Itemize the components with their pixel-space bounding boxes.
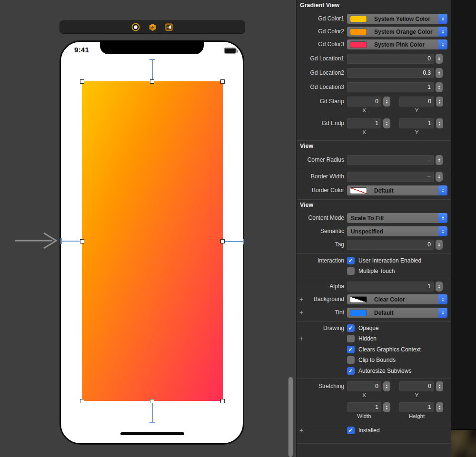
gd-location3-row: Gd Location3 1 ▲▼ — [297, 82, 451, 92]
tag-stepper[interactable]: ▲▼ — [436, 240, 443, 250]
stretching-wh-row: 1 ▲▼ 1 ▲▼ Width Height — [297, 402, 451, 419]
attributes-inspector: Gradient View Gd Color1 System Yellow Co… — [296, 0, 451, 457]
gd-color1-popup[interactable]: System Yellow Color ▲▼ — [347, 14, 447, 24]
gd-endp-row: Gd Endp 1 ▲▼ 1 ▲▼ X Y — [297, 118, 451, 136]
gd-color2-popup[interactable]: System Orange Color ▲▼ — [347, 27, 447, 37]
tint-row: + Tint Default ▲▼ — [297, 308, 451, 318]
popup-chevrons-icon: ▲▼ — [438, 213, 447, 223]
home-indicator — [120, 432, 184, 435]
alpha-field[interactable]: 1 — [347, 282, 434, 292]
section-title-gradient-view: Gradient View — [300, 2, 339, 9]
battery-icon — [224, 48, 237, 54]
resize-handle-w[interactable] — [80, 239, 84, 243]
drawing-row-autoresize: Autoresize Subviews — [297, 367, 451, 375]
stretching-height-field[interactable]: 1 — [399, 402, 434, 412]
alpha-stepper[interactable]: ▲▼ — [436, 282, 443, 292]
desktop-wallpaper-fragment — [451, 429, 476, 457]
clears-graphics-context-checkbox[interactable] — [347, 346, 355, 353]
drawing-row-clears: Clears Graphics Context — [297, 346, 451, 354]
gd-endp-x-stepper[interactable]: ▲▼ — [383, 118, 390, 128]
gd-startp-y-stepper[interactable]: ▲▼ — [436, 97, 443, 107]
popup-chevrons-icon: ▲▼ — [438, 27, 447, 37]
gd-startp-x-field[interactable]: 0 — [347, 97, 381, 107]
canvas-scrollbar-thumb[interactable] — [288, 377, 293, 457]
gradient-view[interactable] — [82, 81, 223, 401]
semantic-row: Semantic Unspecified ▲▼ — [297, 226, 451, 236]
guide-right — [223, 241, 244, 242]
gd-location2-stepper[interactable]: ▲▼ — [436, 68, 443, 78]
alpha-row: Alpha 1 ▲▼ — [297, 282, 451, 292]
color-swatch — [350, 16, 367, 22]
border-width-field[interactable]: -- — [347, 172, 434, 182]
installed-checkbox[interactable] — [347, 427, 355, 434]
storyboard-entry-point-arrow[interactable] — [13, 232, 59, 250]
gd-location2-row: Gd Location2 0.3 ▲▼ — [297, 68, 451, 78]
stretching-x-stepper[interactable]: ▲▼ — [383, 381, 390, 391]
hidden-checkbox[interactable] — [347, 335, 355, 342]
guide-left-cap — [60, 238, 62, 244]
stretching-height-stepper[interactable]: ▲▼ — [436, 402, 443, 412]
section-title-view-2: View — [300, 202, 313, 208]
content-mode-row: Content Mode Scale To Fill ▲▼ — [297, 213, 451, 223]
popup-chevrons-icon: ▲▼ — [438, 226, 447, 236]
gd-startp-row: Gd Startp 0 ▲▼ 0 ▲▼ X Y — [297, 97, 451, 114]
popup-chevrons-icon: ▲▼ — [438, 294, 447, 304]
gd-color3-popup[interactable]: System Pink Color ▲▼ — [347, 39, 447, 49]
drawing-row-opaque: Drawing Opaque — [297, 324, 451, 332]
first-responder-icon[interactable] — [148, 23, 157, 31]
tint-popup[interactable]: Default ▲▼ — [347, 308, 447, 318]
gd-startp-x-stepper[interactable]: ▲▼ — [383, 97, 390, 107]
opaque-checkbox[interactable] — [347, 324, 355, 332]
resize-handle-n[interactable] — [150, 79, 154, 84]
resize-handle-nw[interactable] — [80, 79, 84, 84]
stretching-width-field[interactable]: 1 — [347, 402, 381, 412]
gd-location2-field[interactable]: 0.3 — [347, 68, 434, 78]
clip-to-bounds-checkbox[interactable] — [347, 356, 355, 364]
gd-endp-y-stepper[interactable]: ▲▼ — [436, 118, 443, 128]
color-swatch — [350, 310, 367, 316]
drawing-row-clip: Clip to Bounds — [297, 356, 451, 364]
user-interaction-checkbox[interactable] — [347, 257, 355, 264]
border-color-popup[interactable]: Default ▲▼ — [347, 185, 447, 195]
gd-color3-row: Gd Color3 System Pink Color ▲▼ — [297, 39, 451, 49]
exit-icon[interactable] — [165, 23, 173, 31]
gd-location1-stepper[interactable]: ▲▼ — [436, 54, 443, 64]
interaction-row-2: Multiple Touch — [297, 267, 451, 275]
stretching-width-stepper[interactable]: ▲▼ — [383, 402, 390, 412]
resize-handle-se[interactable] — [220, 399, 225, 403]
autoresize-subviews-checkbox[interactable] — [347, 367, 355, 375]
stretching-y-field[interactable]: 0 — [399, 381, 434, 391]
gd-location3-stepper[interactable]: ▲▼ — [436, 82, 443, 92]
storyboard-canvas[interactable]: 9:41 — [0, 0, 296, 457]
stretching-x-field[interactable]: 0 — [347, 381, 381, 391]
add-keypath-button[interactable]: + — [299, 427, 303, 435]
desktop-background-strip — [451, 0, 476, 457]
content-mode-popup[interactable]: Scale To Fill ▲▼ — [347, 213, 447, 223]
view-controller-icon[interactable] — [131, 23, 140, 31]
corner-radius-field[interactable]: -- — [347, 155, 434, 165]
semantic-popup[interactable]: Unspecified ▲▼ — [347, 226, 447, 236]
gd-endp-x-field[interactable]: 1 — [347, 118, 381, 128]
background-row: + Background Clear Color ▲▼ — [297, 294, 451, 304]
stretching-y-stepper[interactable]: ▲▼ — [436, 381, 443, 391]
resize-handle-ne[interactable] — [220, 79, 225, 84]
color-swatch — [350, 42, 367, 48]
border-color-row: Border Color Default ▲▼ — [297, 185, 451, 195]
gd-startp-y-field[interactable]: 0 — [399, 97, 434, 107]
gd-location3-field[interactable]: 1 — [347, 82, 434, 92]
corner-radius-stepper[interactable]: ▲▼ — [436, 155, 443, 165]
resize-handle-e[interactable] — [220, 239, 225, 243]
multiple-touch-checkbox[interactable] — [347, 267, 355, 275]
resize-handle-s[interactable] — [150, 399, 154, 403]
popup-chevrons-icon: ▲▼ — [438, 308, 447, 318]
tag-row: Tag 0 ▲▼ — [297, 240, 451, 250]
background-popup[interactable]: Clear Color ▲▼ — [347, 294, 447, 304]
border-width-stepper[interactable]: ▲▼ — [436, 172, 443, 182]
resize-handle-sw[interactable] — [80, 399, 84, 403]
add-keypath-button[interactable]: + — [299, 335, 303, 343]
popup-chevrons-icon: ▲▼ — [438, 39, 447, 49]
tag-field[interactable]: 0 — [347, 240, 434, 250]
gd-location1-field[interactable]: 0 — [347, 54, 434, 64]
guide-top-cap — [149, 59, 155, 60]
gd-endp-y-field[interactable]: 1 — [399, 118, 434, 128]
